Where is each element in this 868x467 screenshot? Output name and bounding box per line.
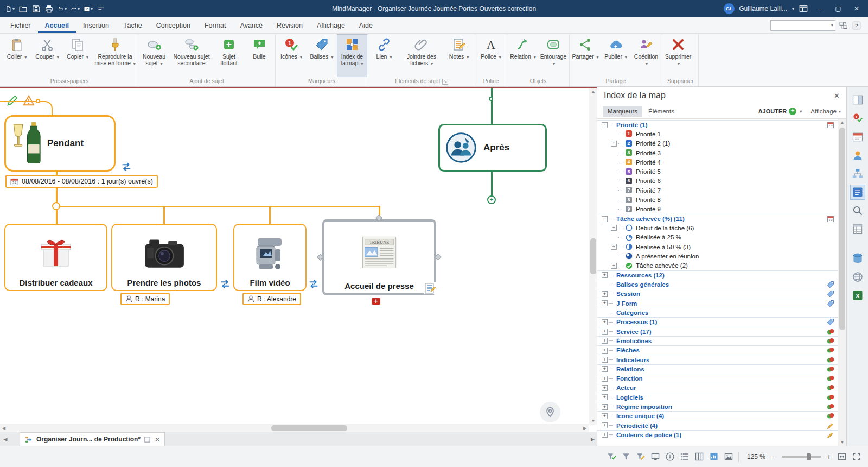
expand-toggle-icon[interactable]: + [611, 225, 617, 231]
strip-grid-calc-icon[interactable] [850, 222, 865, 237]
topic-pendant[interactable]: Pendant [4, 115, 116, 172]
ribbon-button-police[interactable]: APolice ▾ [476, 34, 506, 77]
user-name[interactable]: Guillaume Laill... [739, 5, 787, 12]
index-item-priorite-6[interactable]: +6Priorité 6 [597, 176, 838, 186]
status-list-icon[interactable] [680, 452, 690, 462]
undo-icon[interactable]: ▾ [58, 4, 67, 14]
menu-tab-format[interactable]: Format [197, 17, 233, 33]
more-dots-icon[interactable] [97, 4, 106, 14]
expand-branch-button[interactable]: + [487, 195, 496, 204]
pencil-sm-icon[interactable] [827, 422, 834, 430]
selection-handle-right[interactable] [435, 254, 442, 261]
ribbon-button-sujet-flottant[interactable]: Sujet flottant [214, 34, 244, 77]
index-item-debut-de-la-tache-6[interactable]: +Début de la tâche (6) [597, 223, 838, 232]
index-group-service-17[interactable]: +Service (17) [597, 327, 838, 336]
collapse-branch-button[interactable]: − [52, 202, 60, 210]
index-item-priorite-5[interactable]: +5Priorité 5 [597, 167, 838, 176]
ribbon-button-supprimer[interactable]: Supprimer ▾ [663, 34, 693, 77]
strip-orgchart-icon[interactable] [850, 166, 865, 181]
index-group-regime-imposition[interactable]: +Régime imposition [597, 402, 838, 411]
strip-index-blue-icon[interactable] [850, 185, 865, 200]
menu-tab-aide[interactable]: Aide [352, 17, 380, 33]
strip-database-icon[interactable] [850, 251, 865, 266]
fullscreen-icon[interactable] [852, 452, 861, 462]
resource-marina[interactable]: R : Marina [120, 293, 170, 305]
topic-distribuer-cadeaux[interactable]: Distribuer cadeaux [4, 224, 107, 291]
expand-toggle-icon[interactable]: + [602, 394, 608, 400]
expand-toggle-icon[interactable]: − [602, 216, 608, 222]
expand-toggle-icon[interactable]: + [602, 357, 608, 363]
status-slideshow-icon[interactable] [650, 452, 660, 462]
expand-toggle-icon[interactable]: + [611, 141, 617, 147]
selection-handle-left[interactable] [317, 254, 324, 261]
ribbon-button-publier[interactable]: Publier ▾ [601, 34, 631, 77]
tab-elements[interactable]: Éléments [643, 106, 679, 117]
topic-apres[interactable]: Après [438, 124, 547, 172]
ribbon-button-lien[interactable]: Lien ▾ [369, 34, 399, 77]
user-menu-caret-icon[interactable]: ▾ [792, 7, 794, 11]
expand-toggle-icon[interactable]: + [602, 366, 608, 372]
status-chart-blue-icon[interactable] [709, 452, 719, 462]
ribbon-button-notes[interactable]: Notes ▾ [444, 34, 474, 77]
menu-tab-affichage[interactable]: Affichage [310, 17, 352, 33]
index-group-couleurs-de-police-1[interactable]: +Couleurs de police (1) [597, 430, 838, 439]
index-item-priorite-2-1[interactable]: +2Priorité 2 (1) [597, 139, 838, 148]
marker-sm-icon[interactable] [827, 375, 834, 382]
expand-toggle-icon[interactable]: − [602, 122, 608, 128]
maximize-button[interactable]: ▢ [831, 3, 845, 15]
topic-film-video[interactable]: Film vidéo [233, 224, 307, 291]
scroll-up-icon[interactable]: ▲ [589, 89, 597, 94]
index-group-ressources-12[interactable]: +Ressources (12) [597, 270, 838, 280]
marker-sm-icon[interactable] [827, 337, 834, 345]
marker-sm-icon[interactable] [827, 412, 834, 420]
index-item-priorite-4[interactable]: +4Priorité 4 [597, 157, 838, 167]
index-item-a-presenter-en-reunion[interactable]: +A présenter en réunion [597, 251, 838, 261]
expand-toggle-icon[interactable]: + [602, 329, 608, 335]
expand-toggle-icon[interactable]: + [602, 413, 608, 419]
ribbon-button-relation[interactable]: Relation ▾ [508, 34, 538, 77]
index-group-processus-1[interactable]: +Processus (1) [597, 317, 838, 326]
index-group-relations[interactable]: +Relations [597, 364, 838, 374]
marker-sm-icon[interactable] [827, 346, 834, 354]
panel-scroll-thumb[interactable] [839, 128, 845, 330]
tag-sm-icon[interactable] [827, 300, 834, 307]
sync-icon[interactable] [308, 278, 320, 290]
ribbon-button-partager[interactable]: Partager ▾ [570, 34, 601, 77]
ribbon-button-balises[interactable]: Balises ▾ [307, 34, 337, 77]
search-box[interactable]: ▾ [770, 20, 835, 31]
display-dropdown[interactable]: Affichage ▾ [810, 108, 841, 115]
layout-options-icon[interactable] [839, 21, 848, 30]
ribbon-button-reproduire-la-mise-en-forme[interactable]: Reproduire la mise en forme ▾ [93, 34, 137, 77]
document-tab[interactable]: Organiser Journ... de Production* ✕ [20, 432, 165, 446]
fit-map-icon[interactable] [837, 452, 847, 462]
add-marker-badge[interactable]: + [371, 298, 381, 305]
expand-toggle-icon[interactable]: + [602, 432, 608, 438]
strip-marker-red-icon[interactable]: 1 [850, 111, 865, 126]
tab-scroll-right-icon[interactable]: ▶ [591, 437, 595, 442]
ribbon-button-copier[interactable]: Copier ▾ [62, 34, 93, 77]
strip-globe-icon[interactable] [850, 269, 865, 285]
panel-close-icon[interactable]: ✕ [834, 92, 840, 100]
menu-tab-fichier[interactable]: Fichier [3, 17, 38, 33]
index-item-priorite-1[interactable]: +1Priorité 1 [597, 129, 838, 138]
menu-tab-conception[interactable]: Conception [149, 17, 197, 33]
dialog-launcher-icon[interactable]: ↘ [442, 79, 448, 85]
menu-tab-accueil[interactable]: Accueil [38, 17, 76, 33]
expand-toggle-icon[interactable]: + [602, 385, 608, 391]
index-item-priorite-8[interactable]: +8Priorité 8 [597, 195, 838, 204]
avatar[interactable]: GL [724, 3, 735, 14]
ribbon-button-entourage[interactable]: Entourage ▾ [538, 34, 569, 77]
help-box-icon[interactable]: ?▾ [84, 4, 93, 14]
index-group-tache-achevee-11[interactable]: −Tâche achevée (%) (11) [597, 214, 838, 223]
horizontal-scrollbar[interactable]: ◀ ▶ [0, 424, 589, 432]
index-group-fonction[interactable]: +Fonction [597, 374, 838, 383]
status-filter-icon[interactable] [621, 452, 631, 462]
ribbon-button-index-de-la-map[interactable]: Index de la map ▾ [337, 34, 367, 77]
ribbon-button-couper[interactable]: Couper ▾ [32, 34, 62, 77]
map-canvas[interactable]: − + Pendant 24 08/08/2016 - 08/08/2016 :… [0, 87, 597, 432]
index-group-indicateurs[interactable]: +Indicateurs [597, 355, 838, 364]
marker-sm-icon[interactable] [827, 394, 834, 401]
expand-toggle-icon[interactable]: + [602, 291, 608, 297]
calendar-sm-icon[interactable] [827, 121, 834, 129]
ribbon-button-nouveau-sujet-secondaire[interactable]: Nouveau sujet secondaire [169, 34, 214, 77]
